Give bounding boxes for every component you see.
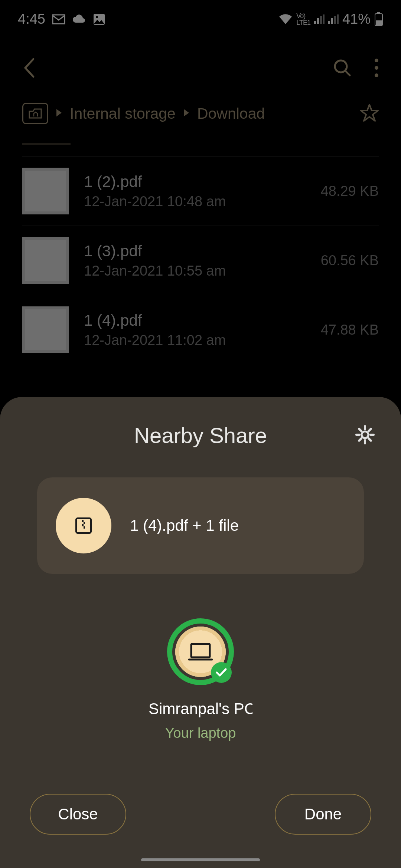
archive-icon	[56, 498, 111, 553]
close-button[interactable]: Close	[30, 794, 126, 835]
sheet-title: Nearby Share	[134, 423, 267, 448]
close-label: Close	[58, 805, 98, 823]
done-button[interactable]: Done	[275, 794, 371, 835]
device-name: Simranpal's PC	[149, 700, 252, 718]
target-device[interactable]: Simranpal's PC Your laptop	[26, 618, 375, 741]
nearby-share-sheet: Nearby Share 1 (4).pdf + 1 file Simranpa…	[0, 397, 401, 868]
svg-rect-11	[191, 644, 210, 657]
nav-handle[interactable]	[141, 858, 260, 861]
settings-button[interactable]	[355, 425, 375, 446]
share-payload-text: 1 (4).pdf + 1 file	[130, 517, 239, 535]
check-icon	[211, 662, 232, 683]
svg-point-9	[362, 431, 368, 438]
done-label: Done	[304, 805, 342, 823]
share-payload-card[interactable]: 1 (4).pdf + 1 file	[37, 477, 364, 574]
device-subtitle: Your laptop	[165, 725, 236, 741]
device-avatar	[167, 618, 234, 685]
